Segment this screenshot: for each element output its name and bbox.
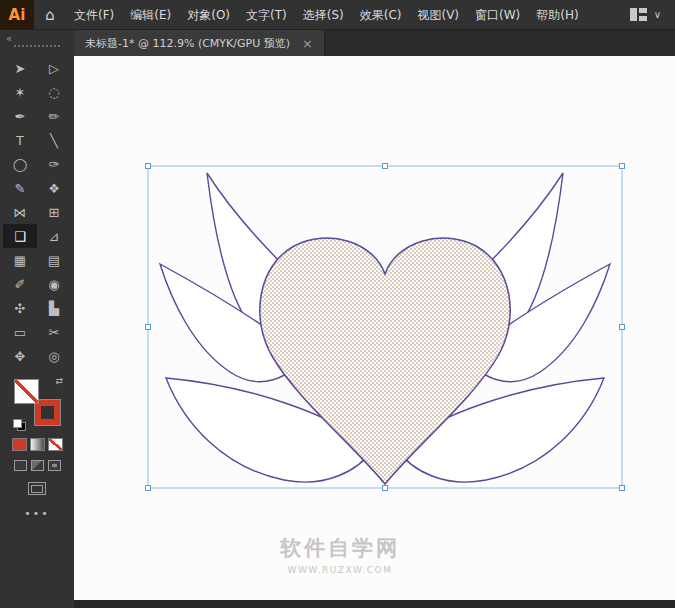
artwork-svg[interactable] bbox=[74, 56, 675, 600]
menu-file[interactable]: 文件(F) bbox=[66, 0, 122, 30]
tools-panel: « ➤ ▷ ✶ ◌ ✒ ✏ T ╲ ◯ ✑ ✎ ❖ ⋈ ⊞ ❑ ⊿ ▦ bbox=[0, 30, 74, 608]
chevron-down-icon: ∨ bbox=[654, 9, 661, 20]
menu-effect[interactable]: 效果(C) bbox=[352, 0, 410, 30]
magic-wand-tool[interactable]: ✶ bbox=[3, 80, 37, 104]
free-transform-tool[interactable]: ⊞ bbox=[37, 200, 71, 224]
column-graph-tool[interactable]: ▙ bbox=[37, 296, 71, 320]
artboard-tool[interactable]: ▭ bbox=[3, 320, 37, 344]
shaper-tool[interactable]: ❖ bbox=[37, 176, 71, 200]
direct-selection-tool[interactable]: ▷ bbox=[37, 56, 71, 80]
tools-panel-header: « bbox=[0, 30, 74, 56]
draw-normal-button[interactable] bbox=[14, 460, 27, 471]
selection-handle bbox=[383, 164, 388, 169]
panel-grip[interactable] bbox=[14, 45, 60, 47]
tool-grid: ➤ ▷ ✶ ◌ ✒ ✏ T ╲ ◯ ✑ ✎ ❖ ⋈ ⊞ ❑ ⊿ ▦ ▤ ✐ ◉ bbox=[3, 56, 71, 368]
edit-toolbar-button[interactable]: ••• bbox=[24, 507, 49, 520]
selection-handle bbox=[620, 164, 625, 169]
paintbrush-tool[interactable]: ✑ bbox=[37, 152, 71, 176]
selection-tool[interactable]: ➤ bbox=[3, 56, 37, 80]
slice-tool[interactable]: ✂ bbox=[37, 320, 71, 344]
color-button[interactable] bbox=[12, 438, 27, 451]
menu-type[interactable]: 文字(T) bbox=[238, 0, 295, 30]
swap-fill-stroke-icon[interactable]: ⇄ bbox=[55, 376, 63, 386]
hand-tool[interactable]: ✥ bbox=[3, 344, 37, 368]
curvature-tool[interactable]: ✏ bbox=[37, 104, 71, 128]
artboard-canvas[interactable]: 软件自学网 WWW.RUZXW.COM bbox=[74, 56, 675, 600]
collapse-panel-icon[interactable]: « bbox=[6, 33, 12, 44]
mesh-tool[interactable]: ▦ bbox=[3, 248, 37, 272]
selection-handle bbox=[383, 486, 388, 491]
menu-select[interactable]: 选择(S) bbox=[295, 0, 352, 30]
home-icon[interactable]: ⌂ bbox=[34, 6, 66, 24]
none-button[interactable] bbox=[48, 438, 63, 451]
pencil-tool[interactable]: ✎ bbox=[3, 176, 37, 200]
menu-help[interactable]: 帮助(H) bbox=[528, 0, 586, 30]
fill-color-swatch[interactable] bbox=[14, 379, 39, 404]
line-tool[interactable]: ╲ bbox=[37, 128, 71, 152]
width-tool[interactable]: ⋈ bbox=[3, 200, 37, 224]
fill-stroke-control: ⇄ bbox=[13, 378, 61, 426]
watermark-text: 软件自学网 bbox=[240, 534, 440, 562]
type-tool[interactable]: T bbox=[3, 128, 37, 152]
perspective-grid-tool[interactable]: ⊿ bbox=[37, 224, 71, 248]
blend-tool[interactable]: ◉ bbox=[37, 272, 71, 296]
status-strip bbox=[74, 600, 675, 608]
watermark: 软件自学网 WWW.RUZXW.COM bbox=[240, 534, 440, 575]
document-tab-title: 未标题-1* @ 112.9% (CMYK/GPU 预览) bbox=[85, 36, 290, 51]
color-type-buttons bbox=[12, 438, 63, 451]
selection-handle bbox=[146, 486, 151, 491]
selection-handle bbox=[620, 325, 625, 330]
menu-object[interactable]: 对象(O) bbox=[179, 0, 238, 30]
workspace-switcher[interactable]: ∨ bbox=[630, 8, 675, 21]
document-tab-bar: 未标题-1* @ 112.9% (CMYK/GPU 预览) × bbox=[74, 30, 675, 56]
menu-bar: Ai ⌂ 文件(F) 编辑(E) 对象(O) 文字(T) 选择(S) 效果(C)… bbox=[0, 0, 675, 30]
selection-handle bbox=[146, 325, 151, 330]
default-colors-icon[interactable] bbox=[13, 419, 25, 429]
symbol-sprayer-tool[interactable]: ✣ bbox=[3, 296, 37, 320]
selection-handle bbox=[146, 164, 151, 169]
menu-window[interactable]: 窗口(W) bbox=[467, 0, 528, 30]
eyedropper-tool[interactable]: ✐ bbox=[3, 272, 37, 296]
draw-inside-button[interactable] bbox=[48, 460, 61, 471]
draw-behind-button[interactable] bbox=[31, 460, 44, 471]
document-tab[interactable]: 未标题-1* @ 112.9% (CMYK/GPU 预览) × bbox=[74, 30, 325, 56]
menu-view[interactable]: 视图(V) bbox=[409, 0, 467, 30]
watermark-url: WWW.RUZXW.COM bbox=[240, 565, 440, 575]
gradient-tool[interactable]: ▤ bbox=[37, 248, 71, 272]
selection-handle bbox=[620, 486, 625, 491]
lasso-tool[interactable]: ◌ bbox=[37, 80, 71, 104]
shape-builder-tool[interactable]: ❑ bbox=[3, 224, 37, 248]
screen-mode-button[interactable] bbox=[28, 482, 46, 495]
illustrator-window: Ai ⌂ 文件(F) 编辑(E) 对象(O) 文字(T) 选择(S) 效果(C)… bbox=[0, 0, 675, 608]
zoom-tool[interactable]: ◎ bbox=[37, 344, 71, 368]
drawing-mode-buttons bbox=[14, 460, 61, 471]
close-tab-icon[interactable]: × bbox=[302, 37, 313, 50]
gradient-button[interactable] bbox=[30, 438, 45, 451]
app-logo: Ai bbox=[0, 0, 34, 30]
pen-tool[interactable]: ✒ bbox=[3, 104, 37, 128]
menu-edit[interactable]: 编辑(E) bbox=[122, 0, 179, 30]
ellipse-tool[interactable]: ◯ bbox=[3, 152, 37, 176]
workspace-grid-icon bbox=[630, 8, 647, 21]
